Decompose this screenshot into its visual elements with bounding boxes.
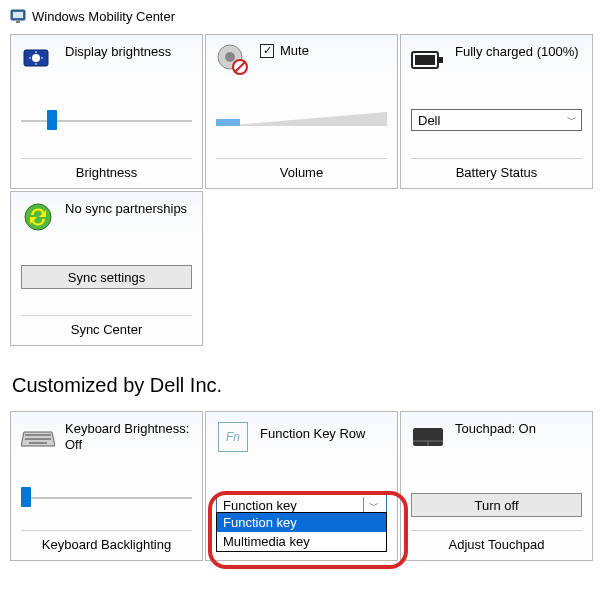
keyboard-backlight-slider[interactable] bbox=[21, 487, 192, 507]
customized-heading: Customized by Dell Inc. bbox=[12, 374, 605, 397]
brightness-footer: Brightness bbox=[21, 158, 192, 184]
mobility-center-icon bbox=[10, 8, 26, 24]
battery-icon bbox=[411, 43, 445, 77]
svg-marker-13 bbox=[222, 112, 387, 126]
function-row-label: Function Key Row bbox=[260, 420, 366, 442]
touchpad-icon bbox=[411, 420, 445, 454]
power-plan-select[interactable]: Dell ﹀ bbox=[411, 109, 582, 131]
tile-touchpad: Touchpad: On Turn off Adjust Touchpad bbox=[400, 411, 593, 561]
svg-rect-19 bbox=[25, 434, 51, 436]
tiles-row-1: Display brightness Brightness ✓ Mut bbox=[10, 34, 605, 189]
mute-label: Mute bbox=[280, 43, 309, 58]
svg-rect-20 bbox=[25, 438, 51, 440]
checkbox-icon: ✓ bbox=[260, 44, 274, 58]
sync-label: No sync partnerships bbox=[65, 200, 187, 217]
brightness-label: Display brightness bbox=[65, 43, 171, 60]
battery-label: Fully charged (100%) bbox=[455, 43, 579, 60]
svg-rect-16 bbox=[415, 55, 435, 65]
svg-rect-2 bbox=[16, 21, 20, 23]
touchpad-label: Touchpad: On bbox=[455, 420, 536, 437]
function-row-dropdown: Function key Multimedia key bbox=[216, 512, 387, 552]
svg-point-17 bbox=[25, 204, 51, 230]
window-title: Windows Mobility Center bbox=[32, 9, 175, 24]
tile-function-row: Fn Function Key Row Function key ﹀ Funct… bbox=[205, 411, 398, 561]
keyboard-icon bbox=[21, 420, 55, 454]
sync-settings-button[interactable]: Sync settings bbox=[21, 265, 192, 289]
svg-point-10 bbox=[225, 52, 235, 62]
mute-checkbox[interactable]: ✓ Mute bbox=[260, 43, 309, 58]
fn-key-icon: Fn bbox=[216, 420, 250, 454]
tiles-row-3: Keyboard Brightness: Off Keyboard Backli… bbox=[10, 411, 605, 561]
keyboard-backlight-label: Keyboard Brightness: Off bbox=[65, 420, 192, 454]
battery-footer: Battery Status bbox=[411, 158, 582, 184]
power-plan-value: Dell bbox=[418, 113, 440, 128]
tile-brightness: Display brightness Brightness bbox=[10, 34, 203, 189]
touchpad-button-label: Turn off bbox=[474, 498, 518, 513]
svg-rect-15 bbox=[439, 57, 443, 63]
speaker-muted-icon bbox=[216, 43, 250, 77]
tile-sync: No sync partnerships Sync settings Sync … bbox=[10, 191, 203, 346]
window-titlebar: Windows Mobility Center bbox=[10, 8, 605, 24]
svg-point-4 bbox=[32, 54, 40, 62]
brightness-icon bbox=[21, 43, 55, 77]
sync-button-label: Sync settings bbox=[68, 270, 145, 285]
tile-keyboard-backlight: Keyboard Brightness: Off Keyboard Backli… bbox=[10, 411, 203, 561]
touchpad-turn-off-button[interactable]: Turn off bbox=[411, 493, 582, 517]
svg-rect-1 bbox=[13, 12, 23, 18]
dropdown-option-multimedia-key[interactable]: Multimedia key bbox=[217, 532, 386, 551]
volume-footer: Volume bbox=[216, 158, 387, 184]
tile-volume: ✓ Mute Volume bbox=[205, 34, 398, 189]
chevron-down-icon: ﹀ bbox=[363, 497, 382, 513]
brightness-slider[interactable] bbox=[21, 110, 192, 130]
dropdown-option-function-key[interactable]: Function key bbox=[217, 513, 386, 532]
keyboard-backlight-footer: Keyboard Backlighting bbox=[21, 530, 192, 556]
chevron-down-icon: ﹀ bbox=[567, 113, 577, 127]
tile-battery: Fully charged (100%) Dell ﹀ Battery Stat… bbox=[400, 34, 593, 189]
function-row-value: Function key bbox=[223, 498, 297, 513]
touchpad-footer: Adjust Touchpad bbox=[411, 530, 582, 556]
svg-rect-21 bbox=[29, 442, 47, 444]
sync-icon bbox=[21, 200, 55, 234]
sync-footer: Sync Center bbox=[21, 315, 192, 341]
volume-slider[interactable] bbox=[216, 108, 387, 132]
tiles-row-2: No sync partnerships Sync settings Sync … bbox=[10, 191, 605, 346]
